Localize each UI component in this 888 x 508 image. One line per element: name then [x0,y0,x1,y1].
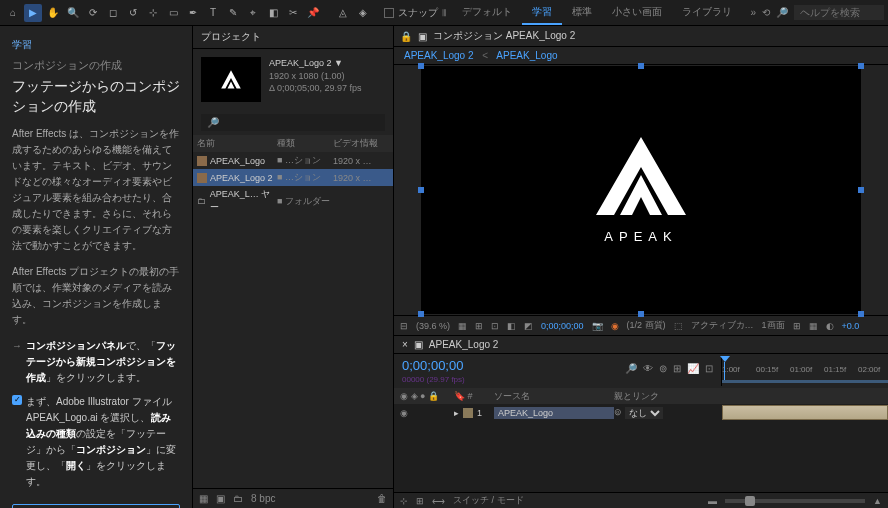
guide-icon[interactable]: ⊡ [491,321,499,331]
zoom-level[interactable]: (39.6 %) [416,321,450,331]
layer-track[interactable] [722,404,888,422]
crumb-1[interactable]: APEAK_Logo 2 [404,50,474,61]
timeline-tab[interactable]: APEAK_Logo 2 [429,339,499,350]
ws-tab-standard[interactable]: 標準 [562,1,602,25]
roto-tool-icon[interactable]: ✂ [284,4,302,22]
zoom-out-tl-icon[interactable]: ▬ [708,496,717,506]
interpret-icon[interactable]: ▦ [199,493,208,504]
layer-bar[interactable] [722,405,888,420]
selection-tool-icon[interactable]: ▶ [24,4,42,22]
project-item-name[interactable]: APEAK_Logo 2 ▼ [269,57,362,70]
layer-row[interactable]: ◉ ▸ 1 APEAK_Logo ⊚ なし [394,404,888,422]
quality-dropdown[interactable]: (1/2 画質) [627,319,666,332]
tl-shy-icon[interactable]: 👁 [643,363,653,374]
layer-parent[interactable]: ⊚ なし [614,407,722,419]
snap-toggle[interactable]: スナップ ⫴ [384,6,446,20]
lock-icon[interactable]: 🔒 [400,31,412,42]
snap-magnet-icon[interactable]: ⫴ [442,7,446,19]
new-folder-icon[interactable]: 🗀 [233,493,243,504]
tl-blur-icon[interactable]: ⊚ [659,363,667,374]
handle-bl[interactable] [418,311,424,317]
ws-tab-learn[interactable]: 学習 [522,1,562,25]
project-row[interactable]: APEAK_Logo■ …ション1920 x … [193,152,393,169]
vf-icon2[interactable]: ▦ [809,321,818,331]
ch-icon[interactable]: ◩ [524,321,533,331]
puppet-tool-icon[interactable]: 📌 [304,4,322,22]
tl-search-icon[interactable]: 🔎 [625,363,637,374]
vf-icon1[interactable]: ⊞ [793,321,801,331]
pen-tool-icon[interactable]: ✒ [184,4,202,22]
zoom-in-tl-icon[interactable]: ▲ [873,496,882,506]
anchor-tool-icon[interactable]: ⊹ [144,4,162,22]
ws-tab-default[interactable]: デフォルト [452,1,522,25]
extra-tool-2-icon[interactable]: ◈ [354,4,372,22]
current-time[interactable]: 0;00;00;00 [541,321,584,331]
handle-tr[interactable] [858,63,864,69]
tl-ft-icon3[interactable]: ⟷ [432,496,445,506]
new-comp-icon[interactable]: ▣ [216,493,225,504]
zoom-slider[interactable] [725,499,865,503]
rect-tool-icon[interactable]: ◻ [104,4,122,22]
3d-icon[interactable]: ⬚ [674,321,683,331]
tl-graph-icon[interactable]: 📈 [687,363,699,374]
view-count[interactable]: 1画面 [762,319,785,332]
help-search-input[interactable] [794,5,884,20]
tl-dope-icon[interactable]: ⊡ [705,363,713,374]
crumb-2[interactable]: APEAK_Logo [496,50,557,61]
eraser-tool-icon[interactable]: ◧ [264,4,282,22]
snap-checkbox-icon[interactable] [384,8,394,18]
zoom-tool-icon[interactable]: 🔍 [64,4,82,22]
ws-more-icon[interactable]: » [750,7,756,18]
project-search-input[interactable] [201,114,385,131]
comp-viewer[interactable]: APEAK [394,65,888,315]
parent-dropdown[interactable]: なし [625,407,663,419]
col-name[interactable]: 名前 [197,137,277,150]
sync-icon[interactable]: ⟲ [762,7,770,18]
handle-br[interactable] [858,311,864,317]
zoom-out-icon[interactable]: ⊟ [400,321,408,331]
time-ruler[interactable]: 1:00f00:15f01:00f01:15f02:00f02:15f03:00… [722,362,888,380]
layer-av-toggles[interactable]: ◉ [394,408,454,418]
timecode[interactable]: 0;00;00;00 [402,358,463,373]
home-icon[interactable]: ⌂ [4,4,22,22]
res-icon[interactable]: ▦ [458,321,467,331]
tl-close-icon[interactable]: × [402,339,408,350]
col-type[interactable]: 種類 [277,137,333,150]
handle-tl[interactable] [418,63,424,69]
vf-icon3[interactable]: ◐ [826,321,834,331]
work-area-bar[interactable] [722,380,888,383]
clone-tool-icon[interactable]: ⌖ [244,4,262,22]
zoom-knob[interactable] [745,496,755,506]
eye-icon[interactable]: ◉ [400,408,408,418]
rotation-tool-icon[interactable]: ↺ [124,4,142,22]
col-parent[interactable]: 親とリンク [614,390,722,403]
handle-tm[interactable] [638,63,644,69]
bpc-indicator[interactable]: 8 bpc [251,493,275,504]
handle-mr[interactable] [858,187,864,193]
tl-ft-icon1[interactable]: ⊹ [400,496,408,506]
twirl-icon[interactable]: ▸ [454,408,459,418]
handle-ml[interactable] [418,187,424,193]
tl-ft-icon2[interactable]: ⊞ [416,496,424,506]
trash-icon[interactable]: 🗑 [377,493,387,504]
brush-tool-icon[interactable]: ✎ [224,4,242,22]
active-camera[interactable]: アクティブカ… [691,319,754,332]
extra-tool-1-icon[interactable]: ◬ [334,4,352,22]
comp-canvas[interactable]: APEAK [421,66,861,314]
learn-tab[interactable]: 学習 [12,38,180,52]
orbit-tool-icon[interactable]: ⟳ [84,4,102,22]
hand-tool-icon[interactable]: ✋ [44,4,62,22]
col-source[interactable]: ソース名 [494,390,614,403]
project-tab[interactable]: プロジェクト [193,26,393,49]
layer-color-icon[interactable] [463,408,473,418]
project-row[interactable]: APEAK_Logo 2■ …ション1920 x … [193,169,393,186]
mask-icon[interactable]: ◧ [507,321,516,331]
handle-bm[interactable] [638,311,644,317]
pickwhip-icon[interactable]: ⊚ [614,407,622,419]
grid-icon[interactable]: ⊞ [475,321,483,331]
color-icon[interactable]: ◉ [611,321,619,331]
shape-tool-icon[interactable]: ▭ [164,4,182,22]
tl-frame-icon[interactable]: ⊞ [673,363,681,374]
playhead[interactable] [724,362,725,380]
snapshot-icon[interactable]: 📷 [592,321,603,331]
